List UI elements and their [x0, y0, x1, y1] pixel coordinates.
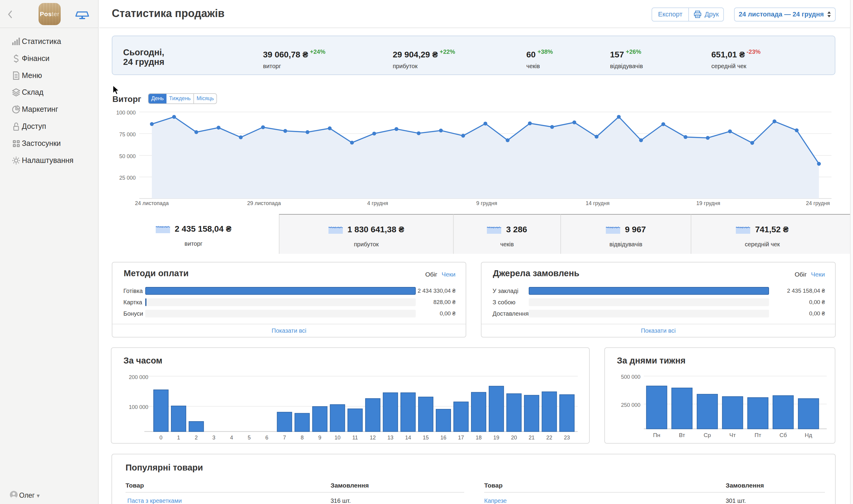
svg-text:14: 14: [405, 435, 411, 440]
svg-text:Чт: Чт: [729, 432, 736, 438]
svg-text:9: 9: [318, 435, 321, 440]
svg-text:Пт: Пт: [755, 432, 762, 438]
svg-text:18: 18: [476, 435, 482, 440]
svg-text:24 грудня: 24 грудня: [806, 200, 830, 206]
svg-text:200 000: 200 000: [129, 374, 148, 380]
svg-text:19 грудня: 19 грудня: [696, 200, 720, 206]
svg-text:50 000: 50 000: [119, 154, 136, 159]
svg-text:75 000: 75 000: [119, 131, 136, 138]
svg-text:1: 1: [177, 435, 180, 440]
svg-text:5: 5: [248, 435, 251, 440]
svg-text:100 000: 100 000: [129, 404, 148, 410]
svg-text:4 грудня: 4 грудня: [367, 200, 388, 206]
svg-text:Ср: Ср: [704, 432, 711, 438]
svg-text:29 листопада: 29 листопада: [247, 200, 281, 206]
svg-text:6: 6: [266, 435, 268, 440]
svg-text:Сб: Сб: [779, 432, 787, 438]
svg-text:Нд: Нд: [805, 432, 812, 438]
svg-text:22: 22: [546, 435, 552, 440]
svg-text:23: 23: [564, 435, 570, 440]
svg-text:21: 21: [529, 435, 535, 440]
svg-text:0: 0: [160, 435, 163, 440]
svg-text:Вт: Вт: [679, 432, 685, 438]
svg-text:Пн: Пн: [653, 432, 660, 438]
svg-text:250 000: 250 000: [621, 402, 640, 408]
svg-text:2: 2: [195, 435, 198, 440]
svg-text:500 000: 500 000: [621, 374, 640, 380]
svg-text:10: 10: [334, 435, 341, 440]
svg-text:16: 16: [440, 435, 446, 440]
svg-text:19: 19: [493, 435, 500, 440]
svg-text:24 листопада: 24 листопада: [135, 200, 169, 206]
svg-text:3: 3: [213, 435, 216, 440]
svg-text:17: 17: [458, 435, 464, 440]
svg-text:9 грудня: 9 грудня: [476, 200, 497, 206]
svg-text:25 000: 25 000: [119, 175, 136, 181]
svg-text:8: 8: [301, 435, 304, 440]
svg-text:15: 15: [423, 435, 429, 440]
svg-text:20: 20: [511, 435, 517, 440]
svg-text:11: 11: [352, 435, 358, 440]
svg-text:12: 12: [370, 435, 376, 440]
svg-text:13: 13: [387, 435, 393, 440]
svg-text:100 000: 100 000: [116, 110, 136, 116]
svg-text:4: 4: [230, 435, 233, 440]
svg-text:14 грудня: 14 грудня: [585, 200, 610, 206]
svg-text:7: 7: [283, 435, 286, 440]
